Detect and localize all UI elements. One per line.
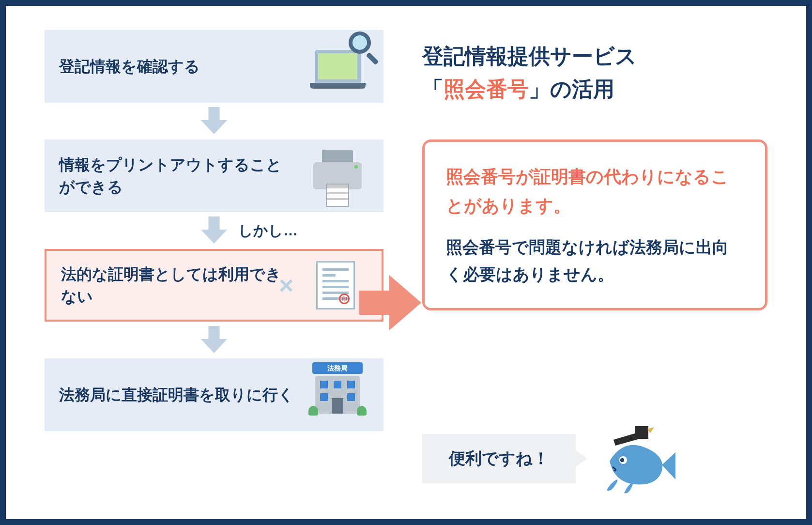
step-not-legal-proof: 法的な証明書としては利用できない × 印: [45, 249, 383, 322]
callout-box: 照会番号が証明書の代わりになることがあります。 照会番号で問題なければ法務局に出…: [422, 139, 767, 310]
arrow-down-icon: [200, 107, 228, 136]
step-label: 法的な証明書としては利用できない: [61, 263, 294, 308]
speech-bubble: 便利ですね！: [422, 434, 576, 483]
printer-icon: [306, 147, 369, 205]
svg-rect-2: [635, 426, 648, 439]
laptop-search-icon: [306, 37, 369, 95]
step-label: 法務局に直接証明書を取りに行く: [59, 384, 296, 406]
step-label: 登記情報を確認する: [59, 55, 296, 77]
step-visit-bureau: 法務局に直接証明書を取りに行く 法務局: [45, 358, 383, 431]
diagram-frame: 登記情報を確認する 情報をプリントアウトすることができる しかし: [0, 0, 812, 525]
cross-icon: ×: [279, 271, 293, 300]
seal-icon: 印: [339, 293, 350, 304]
content-row: 登記情報を確認する 情報をプリントアウトすることができる しかし: [45, 30, 767, 495]
step-confirm-info: 登記情報を確認する: [45, 30, 383, 103]
svg-point-1: [620, 458, 624, 462]
callout-body: 照会番号で問題なければ法務局に出向く必要はありません。: [446, 233, 744, 288]
title-highlight: 照会番号: [444, 77, 529, 101]
document-invalid-icon: × 印: [304, 256, 367, 314]
flow-column: 登記情報を確認する 情報をプリントアウトすることができる しかし: [45, 30, 383, 495]
fish-mascot-icon: [590, 422, 677, 495]
callout-lead: 照会番号が証明書の代わりになることがあります。: [446, 162, 744, 220]
arrow-down-icon: [200, 216, 228, 245]
arrow-right-icon: [359, 271, 422, 334]
title-suffix: 」の活用: [529, 77, 614, 101]
speech-row: 便利ですね！: [422, 422, 767, 495]
legal-bureau-icon: 法務局: [306, 366, 369, 424]
arrow-down-icon: [200, 325, 228, 355]
info-column: 登記情報提供サービス 「照会番号」の活用 照会番号が証明書の代わりになることがあ…: [422, 30, 767, 495]
title-line1: 登記情報提供サービス: [422, 44, 637, 68]
step-label: 情報をプリントアウトすることができる: [59, 154, 296, 199]
arrow-however: しかし…: [45, 212, 383, 249]
title-prefix: 「: [422, 77, 444, 101]
building-sign: 法務局: [315, 364, 360, 373]
however-label: しかし…: [238, 221, 298, 241]
diagram-title: 登記情報提供サービス 「照会番号」の活用: [422, 40, 767, 106]
step-printout: 情報をプリントアウトすることができる: [45, 139, 383, 212]
